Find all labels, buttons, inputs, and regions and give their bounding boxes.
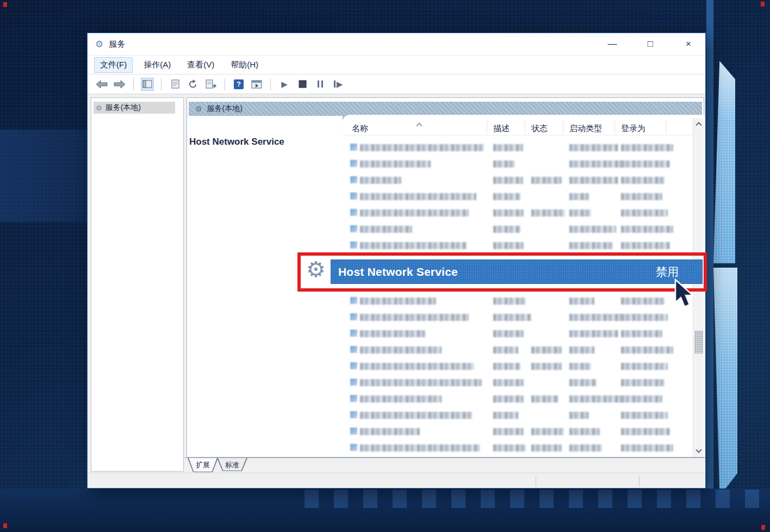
service-table-row[interactable] <box>343 238 693 253</box>
blurred-cell-status <box>531 177 562 184</box>
blurred-cell-desc <box>493 177 523 184</box>
blurred-cell-desc <box>493 428 524 435</box>
blurred-cell-logon <box>621 242 670 249</box>
service-table-row[interactable] <box>343 205 693 220</box>
blurred-cell-status <box>531 209 565 216</box>
blurred-cell-type <box>569 428 600 435</box>
mouse-cursor <box>673 279 699 311</box>
blurred-cell-type <box>569 412 589 419</box>
media-window-icon <box>251 80 262 89</box>
service-table-row[interactable] <box>343 189 693 204</box>
properties-icon[interactable] <box>169 78 182 91</box>
service-table-row[interactable] <box>343 391 693 406</box>
service-table-row[interactable] <box>343 440 693 455</box>
blurred-cell-logon <box>621 177 665 184</box>
service-table-row[interactable] <box>343 358 693 374</box>
status-bar <box>88 473 705 488</box>
tree-item-services-local[interactable]: ⚙ 服务(本地) <box>94 102 175 114</box>
service-table-row[interactable] <box>343 424 693 439</box>
service-gear-icon <box>350 330 357 337</box>
service-gear-icon <box>350 225 357 232</box>
back-icon[interactable] <box>95 78 108 91</box>
highlight-callout-box: ⚙ Host Network Service 禁用 <box>297 252 707 292</box>
service-table-row[interactable] <box>343 342 693 357</box>
service-gear-icon <box>350 313 357 320</box>
menu-file[interactable]: 文件(F) <box>94 57 133 73</box>
maximize-button[interactable]: □ <box>643 39 657 50</box>
blurred-cell-status <box>531 428 564 435</box>
highlighted-service-row[interactable]: Host Network Service 禁用 <box>331 259 703 284</box>
service-gear-icon <box>350 242 357 249</box>
service-table-row[interactable] <box>343 375 693 390</box>
service-table-row[interactable] <box>343 407 693 423</box>
service-table-row[interactable] <box>343 310 693 325</box>
blurred-cell-desc <box>493 330 524 337</box>
blurred-cell-logon <box>621 209 668 216</box>
blurred-cell-type <box>569 177 618 184</box>
blurred-cell-type <box>569 298 594 305</box>
blurred-cell-name <box>360 412 472 419</box>
menu-action[interactable]: 操作(A) <box>138 58 176 72</box>
blurred-cell-name <box>360 428 420 435</box>
service-table-row[interactable] <box>343 140 693 155</box>
menu-help[interactable]: 帮助(H) <box>225 58 264 72</box>
scroll-up-button[interactable] <box>693 118 704 129</box>
title-bar[interactable]: ⚙ 服务 — □ × <box>88 33 705 55</box>
service-gear-icon <box>350 362 357 369</box>
scrollbar-thumb[interactable] <box>694 331 703 354</box>
tab-extended[interactable]: 扩展 <box>188 458 218 472</box>
panel-header-label: 服务(本地) <box>207 104 243 114</box>
blurred-cell-desc <box>493 379 524 386</box>
chevron-down-icon <box>696 447 701 453</box>
blurred-cell-name <box>360 160 431 168</box>
services-gear-icon: ⚙ <box>195 104 202 113</box>
menu-view[interactable]: 查看(V) <box>182 58 220 72</box>
blurred-cell-name <box>360 395 442 403</box>
console-tree-icon[interactable] <box>141 78 154 91</box>
restart-service-icon[interactable]: ▶ <box>332 78 345 91</box>
forward-icon[interactable] <box>113 78 126 91</box>
corner-mark <box>3 523 7 528</box>
service-table-row[interactable] <box>343 221 693 237</box>
blurred-cell-name <box>360 379 482 386</box>
refresh-icon[interactable] <box>187 78 200 91</box>
service-gear-icon <box>350 193 357 200</box>
blurred-cell-logon <box>621 193 662 200</box>
service-table-row[interactable] <box>343 172 693 188</box>
blurred-cell-desc <box>493 298 526 305</box>
pause-service-icon[interactable] <box>314 78 327 91</box>
service-table-row[interactable] <box>343 455 693 457</box>
service-table-row[interactable] <box>343 293 693 308</box>
blurred-cell-type <box>569 330 618 337</box>
services-gear-icon: ⚙ <box>96 104 102 112</box>
console-tree-panel: ⚙ 服务(本地) <box>91 97 184 472</box>
highlighted-startup-type: 禁用 <box>656 264 679 280</box>
blurred-cell-name <box>360 444 480 451</box>
blurred-cell-logon <box>621 298 665 305</box>
help-icon[interactable]: ? <box>232 78 245 91</box>
tab-standard[interactable]: 标准 <box>217 458 247 471</box>
services-gear-icon: ⚙ <box>95 39 103 50</box>
blurred-cell-logon <box>621 226 673 233</box>
service-table-row[interactable] <box>343 326 693 341</box>
blurred-cell-type <box>569 363 591 370</box>
blurred-cell-status <box>531 444 562 451</box>
blurred-cell-desc <box>493 444 526 451</box>
minimize-button[interactable]: — <box>605 39 619 50</box>
wallpaper-streaks <box>305 490 770 508</box>
scroll-down-button[interactable] <box>693 446 704 457</box>
blurred-cell-logon <box>621 347 673 354</box>
desktop-wallpaper: ⚙ 服务 — □ × 文件(F) 操作(A) 查看(V) 帮助(H) <box>0 0 770 532</box>
start-service-icon[interactable]: ▶ <box>278 78 291 91</box>
service-gear-icon <box>350 297 357 304</box>
blurred-cell-type <box>569 193 589 200</box>
blurred-cell-logon <box>621 379 665 386</box>
blurred-cell-name <box>360 330 425 337</box>
stop-service-icon[interactable] <box>296 78 309 91</box>
blurred-cell-desc <box>493 395 524 403</box>
export-list-icon[interactable] <box>204 78 218 91</box>
service-table-row[interactable] <box>343 156 693 171</box>
show-hide-console-icon[interactable] <box>250 78 263 91</box>
close-button[interactable]: × <box>681 39 696 50</box>
blurred-cell-desc <box>493 144 523 151</box>
